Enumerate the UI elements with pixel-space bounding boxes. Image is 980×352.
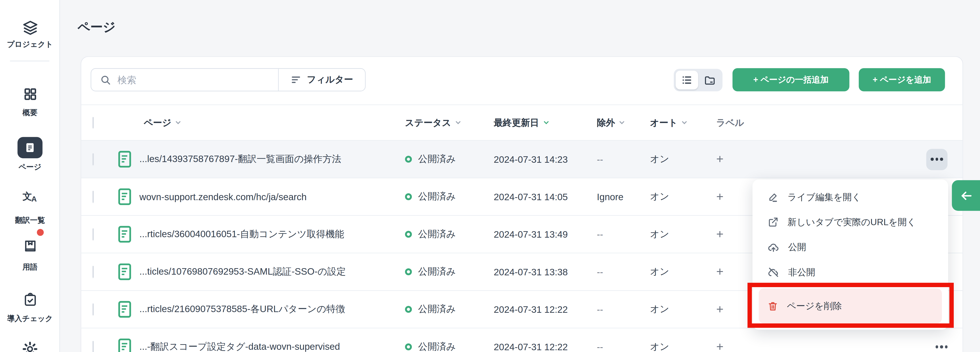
- row-menu-button[interactable]: [926, 149, 948, 170]
- search-box[interactable]: [91, 69, 278, 91]
- trash-icon: [767, 301, 778, 311]
- row-checkbox[interactable]: [92, 153, 94, 165]
- updated-date: 2024-07-31 13:49: [494, 229, 597, 240]
- sidebar-item-overview-label: 概要: [0, 108, 60, 118]
- list-view-button[interactable]: [676, 71, 698, 90]
- chevron-down-icon: [618, 119, 626, 126]
- folder-view-button[interactable]: [698, 71, 721, 90]
- page-title: ページ: [78, 19, 116, 36]
- row-checkbox[interactable]: [92, 228, 94, 240]
- filter-label: フィルター: [307, 74, 353, 86]
- updated-date: 2024-07-31 12:22: [494, 304, 597, 315]
- translate-icon: 文A: [22, 192, 37, 201]
- pencil-icon: [767, 192, 779, 203]
- row-checkbox[interactable]: [92, 191, 94, 203]
- sidebar-item-translations-label: 翻訳一覧: [0, 215, 60, 226]
- search-icon: [100, 74, 111, 86]
- app-root: プロジェクト 概要: [0, 0, 980, 352]
- add-page-button[interactable]: + ページを追加: [859, 68, 945, 91]
- sidebar-item-pages[interactable]: [18, 137, 43, 158]
- status-text: 公開済み: [418, 266, 456, 278]
- exclusion-value: --: [597, 341, 650, 352]
- page-doc-icon: [118, 301, 132, 318]
- sidebar-item-project-label: プロジェクト: [0, 40, 60, 50]
- page-doc-icon: [118, 338, 132, 352]
- chevron-down-icon: [681, 119, 688, 126]
- menu-item-open-url-new-tab[interactable]: 新しいタブで実際のURLを開く: [752, 210, 948, 235]
- menu-item-open-live-edit[interactable]: ライブ編集を開く: [752, 185, 948, 210]
- sidebar-item-translations[interactable]: 文A: [0, 191, 60, 202]
- page-url[interactable]: ...rticles/21609075378585-各URLパターンの特徴: [139, 303, 405, 315]
- updated-date: 2024-07-31 14:05: [494, 192, 597, 202]
- status-published-icon: [405, 344, 412, 350]
- notification-dot: [37, 229, 44, 236]
- column-header-label: ラベル: [716, 117, 916, 128]
- chevron-down-icon-active: [542, 119, 550, 126]
- table-row[interactable]: ...-翻訳スコープ設定タグ-data-wovn-supervised 公開済み…: [81, 328, 963, 352]
- row-checkbox[interactable]: [92, 266, 94, 278]
- column-header-updated[interactable]: 最終更新日: [494, 117, 597, 128]
- filter-icon: [291, 74, 301, 85]
- column-header-exclusion[interactable]: 除外: [597, 117, 650, 128]
- table-header: ページ ステータス 最終更新日 除外 オート ラベル: [81, 105, 963, 141]
- sidebar: プロジェクト 概要: [0, 0, 60, 352]
- page-doc-icon: [118, 188, 132, 205]
- exclusion-value: Ignore: [597, 192, 650, 202]
- status-text: 公開済み: [418, 228, 456, 240]
- status-published-icon: [405, 156, 412, 163]
- row-context-menu: ライブ編集を開く 新しいタブで実際のURLを開く 公開: [752, 179, 948, 330]
- sidebar-item-pages-label: ページ: [0, 162, 60, 173]
- row-checkbox[interactable]: [92, 341, 94, 352]
- exclusion-value: --: [597, 229, 650, 240]
- page-url[interactable]: ...les/14393758767897-翻訳一覧画面の操作方法: [139, 153, 405, 165]
- sidebar-item-glossary-label: 用語: [0, 262, 60, 273]
- status-published-icon: [405, 231, 412, 238]
- menu-item-publish[interactable]: 公開: [752, 235, 948, 259]
- auto-value: オン: [650, 191, 716, 203]
- page-url[interactable]: wovn-support.zendesk.com/hc/ja/search: [139, 192, 405, 202]
- select-all-checkbox[interactable]: [92, 117, 94, 128]
- column-header-page[interactable]: ページ: [139, 117, 405, 128]
- search-input[interactable]: [118, 74, 278, 85]
- updated-date: 2024-07-31 12:22: [494, 341, 597, 352]
- menu-item-delete-page[interactable]: ページを削除: [759, 288, 942, 323]
- cloud-off-icon: [767, 266, 780, 278]
- sidebar-divider: [10, 61, 49, 61]
- status-published-icon: [405, 193, 412, 200]
- updated-date: 2024-07-31 14:23: [494, 154, 597, 165]
- filter-button[interactable]: フィルター: [279, 69, 365, 91]
- status-published-icon: [405, 269, 412, 275]
- auto-value: オン: [650, 341, 716, 352]
- add-label-button[interactable]: +: [716, 340, 916, 352]
- arrow-left-icon: [959, 189, 973, 202]
- exclusion-value: --: [597, 304, 650, 315]
- sidebar-item-glossary[interactable]: [0, 238, 60, 256]
- collapse-panel-tab[interactable]: [952, 180, 980, 211]
- column-header-status[interactable]: ステータス: [405, 117, 493, 128]
- page-url[interactable]: ...ticles/10769807692953-SAML認証-SSO-の設定: [139, 266, 405, 278]
- page-url[interactable]: ...rticles/360040016051-自動コンテンツ取得機能: [139, 228, 405, 240]
- column-header-auto[interactable]: オート: [650, 117, 716, 128]
- sidebar-item-overview[interactable]: [0, 87, 60, 104]
- clipboard-check-icon: [22, 292, 38, 308]
- table-row[interactable]: ...les/14393758767897-翻訳一覧画面の操作方法 公開済み 2…: [81, 141, 963, 178]
- sidebar-item-project[interactable]: [0, 19, 60, 39]
- status-published-icon: [405, 306, 412, 313]
- updated-date: 2024-07-31 13:38: [494, 266, 597, 277]
- menu-item-unpublish[interactable]: 非公開: [752, 260, 948, 285]
- add-label-button[interactable]: +: [716, 152, 916, 166]
- chevron-down-icon: [454, 119, 462, 126]
- exclusion-value: --: [597, 266, 650, 277]
- status-text: 公開済み: [418, 153, 456, 165]
- bulk-add-pages-button[interactable]: + ページの一括追加: [733, 68, 850, 91]
- page-url[interactable]: ...-翻訳スコープ設定タグ-data-wovn-supervised: [139, 341, 405, 352]
- sidebar-item-settings[interactable]: [0, 341, 60, 352]
- auto-value: オン: [650, 266, 716, 278]
- folder-icon: [703, 74, 715, 86]
- status-text: 公開済み: [418, 303, 456, 315]
- layers-icon: [22, 19, 38, 36]
- sidebar-item-setup-check[interactable]: [0, 292, 60, 310]
- row-menu-button[interactable]: [935, 346, 948, 349]
- row-checkbox[interactable]: [92, 303, 94, 315]
- status-text: 公開済み: [418, 341, 456, 352]
